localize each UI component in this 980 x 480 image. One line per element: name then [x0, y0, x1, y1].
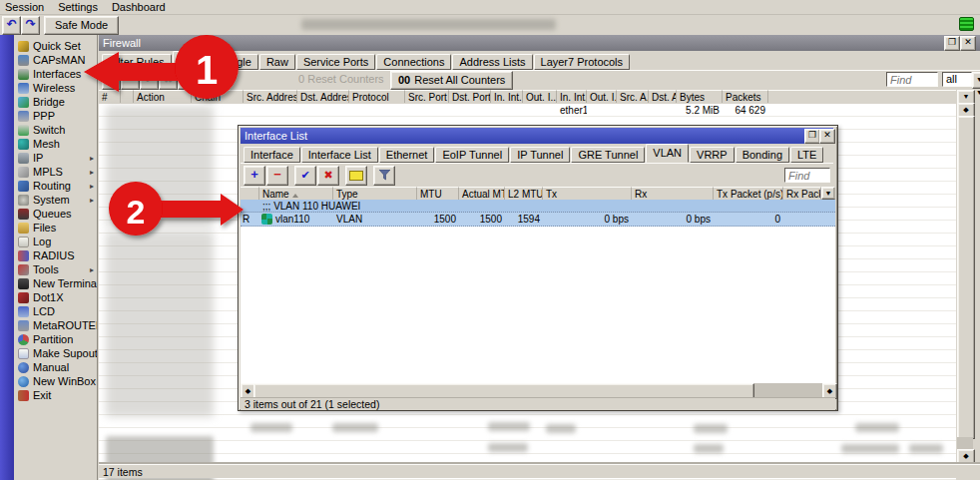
sidebar-item-queues[interactable]: Queues	[14, 207, 97, 221]
column-header-number[interactable]: #	[99, 90, 121, 103]
vertical-scrollbar-track[interactable]	[957, 437, 973, 449]
comment-button[interactable]	[345, 166, 367, 186]
sidebar-item-tools[interactable]: Tools▸	[14, 262, 97, 276]
tab-gre-tunnel[interactable]: GRE Tunnel	[571, 147, 645, 163]
scroll-down-button[interactable]: ◆	[957, 449, 975, 464]
sidebar-item-capsman[interactable]: CAPsMAN	[14, 53, 97, 67]
sidebar-item-mpls[interactable]: MPLS▸	[14, 165, 97, 179]
dialog-maximize-button[interactable]: ❐	[804, 129, 820, 144]
sidebar-item-lcd[interactable]: LCD	[14, 304, 97, 318]
sidebar-item-new-winbox[interactable]: New WinBox	[14, 374, 97, 388]
sidebar-item-files[interactable]: Files	[14, 221, 97, 235]
redo-button[interactable]: ↷	[21, 16, 40, 35]
tab-eoip-tunnel[interactable]: EoIP Tunnel	[435, 147, 509, 163]
firewall-maximize-button[interactable]: ❐	[944, 36, 960, 51]
remove-rule-button[interactable]: −	[121, 71, 140, 90]
tab-ip-tunnel[interactable]: IP Tunnel	[510, 147, 570, 163]
column-header-actual-mtu[interactable]: Actual MTU	[459, 187, 505, 200]
dialog-find-input[interactable]	[784, 168, 830, 183]
column-header-in-interface[interactable]: In. Int...	[491, 90, 523, 103]
column-header-chain[interactable]: Chain	[192, 90, 244, 103]
tab-vrrp[interactable]: VRRP	[690, 147, 735, 163]
sidebar-item-system[interactable]: System▸	[14, 193, 97, 207]
vertical-scrollbar-thumb[interactable]	[957, 116, 975, 439]
tab-service-ports[interactable]: Service Ports	[296, 54, 375, 70]
tab-raw[interactable]: Raw	[259, 54, 295, 70]
tab-bonding[interactable]: Bonding	[735, 147, 789, 163]
tab-interface[interactable]: Interface	[244, 147, 300, 163]
safe-mode-button[interactable]: Safe Mode	[44, 16, 119, 35]
column-header-l2-mtu[interactable]: L2 MTU	[505, 187, 543, 200]
sidebar-item-metarouter[interactable]: MetaROUTER	[14, 318, 97, 332]
firewall-filter-select[interactable]: all	[942, 72, 972, 87]
tab-address-lists[interactable]: Address Lists	[452, 54, 532, 70]
remove-interface-button[interactable]: −	[266, 166, 288, 186]
firewall-close-button[interactable]: ✕	[960, 36, 976, 51]
column-header-src-address[interactable]: Src. Address	[244, 90, 297, 103]
tab-filter-rules[interactable]: Filter Rules	[102, 54, 172, 70]
column-header-dst-port[interactable]: Dst. Port	[449, 90, 491, 103]
undo-button[interactable]: ↶	[2, 16, 21, 35]
sidebar-item-ip[interactable]: IP▸	[14, 151, 97, 165]
sidebar-item-routing[interactable]: Routing▸	[14, 179, 97, 193]
column-header-out-interface[interactable]: Out. I...	[523, 90, 557, 103]
sidebar-item-new-terminal[interactable]: New Terminal	[14, 276, 97, 290]
tab-ethernet[interactable]: Ethernet	[379, 147, 435, 163]
sidebar-item-bridge[interactable]: Bridge	[14, 95, 97, 109]
sidebar-item-ppp[interactable]: PPP	[14, 109, 97, 123]
enable-rule-button[interactable]: ✔	[140, 71, 159, 90]
column-header-packets[interactable]: Packets	[723, 90, 768, 103]
firewall-find-input[interactable]	[886, 72, 938, 87]
sidebar-item-partition[interactable]: Partition	[14, 332, 97, 346]
header-dropdown-button[interactable]: ▼	[821, 187, 835, 200]
firewall-rule-row[interactable]: ether1 5.2 MiB 64 629	[99, 104, 956, 117]
add-rule-button[interactable]: +	[102, 71, 121, 90]
reset-all-counters-button[interactable]: 00Reset All Counters	[390, 71, 513, 90]
sidebar-item-manual[interactable]: Manual	[14, 360, 97, 374]
column-header-bytes[interactable]: Bytes	[677, 90, 723, 103]
comment-button[interactable]: ▮	[178, 71, 197, 90]
column-header-mtu[interactable]: MTU	[417, 187, 459, 200]
sidebar-item-interfaces[interactable]: Interfaces	[14, 67, 97, 81]
column-header-blank[interactable]	[121, 90, 134, 103]
column-header-in-interface-list[interactable]: In. Int...	[557, 90, 587, 103]
filter-button[interactable]	[373, 166, 395, 186]
reset-counters-button[interactable]: 0 Reset Counters	[298, 73, 384, 85]
enable-interface-button[interactable]: ✔	[294, 166, 316, 186]
sidebar-item-wireless[interactable]: Wireless	[14, 81, 97, 95]
column-header-dst-address-list[interactable]: Dst. A...	[649, 90, 677, 103]
add-interface-button[interactable]: +	[244, 166, 265, 186]
menu-dashboard[interactable]: Dashboard	[112, 1, 166, 13]
column-header-tx[interactable]: Tx	[543, 187, 632, 200]
sidebar-item-quick-set[interactable]: Quick Set	[14, 39, 97, 53]
menu-session[interactable]: Session	[5, 1, 44, 13]
vlan-row[interactable]: R vlan110 VLAN 1500 1500 1594 0 bps 0 bp…	[241, 213, 835, 227]
column-header-rx-packet[interactable]: Rx Pack	[783, 187, 821, 200]
tab-vlan[interactable]: VLAN	[646, 144, 689, 163]
column-header-tx-packet[interactable]: Tx Packet (p/s)	[714, 187, 783, 200]
column-header-name[interactable]: Name	[259, 187, 333, 200]
tab-connections[interactable]: Connections	[376, 54, 451, 70]
sidebar-item-make-supout[interactable]: Make Supout.rif	[14, 346, 97, 360]
sidebar-item-mesh[interactable]: Mesh	[14, 137, 97, 151]
tab-lte[interactable]: LTE	[790, 147, 823, 163]
filter-dropdown-button[interactable]: ▼▼	[972, 72, 980, 89]
disable-rule-button[interactable]: ✖	[159, 71, 178, 90]
tab-layer7-protocols[interactable]: Layer7 Protocols	[534, 54, 631, 70]
column-header-dst-address[interactable]: Dst. Address	[297, 90, 349, 103]
column-header-src-address-list[interactable]: Src. A...	[617, 90, 649, 103]
menu-settings[interactable]: Settings	[58, 1, 98, 13]
column-header-out-interface-list[interactable]: Out. I...	[587, 90, 617, 103]
sidebar-item-exit[interactable]: Exit	[14, 388, 97, 402]
column-header-action[interactable]: Action	[134, 90, 192, 103]
column-header-protocol[interactable]: Protocol	[349, 90, 405, 103]
column-header-type[interactable]: Type	[333, 187, 417, 200]
sidebar-item-dot1x[interactable]: Dot1X	[14, 290, 97, 304]
comment-row[interactable]: ;;; VLAN 110 HUAWEI	[241, 200, 835, 213]
sidebar-item-radius[interactable]: RADIUS	[14, 248, 97, 262]
tab-nat[interactable]: NAT	[173, 51, 208, 70]
column-header-src-port[interactable]: Src. Port	[405, 90, 449, 103]
disable-interface-button[interactable]: ✖	[317, 166, 339, 186]
tab-mangle[interactable]: Mangle	[209, 54, 258, 70]
dialog-close-button[interactable]: ✕	[819, 129, 835, 144]
